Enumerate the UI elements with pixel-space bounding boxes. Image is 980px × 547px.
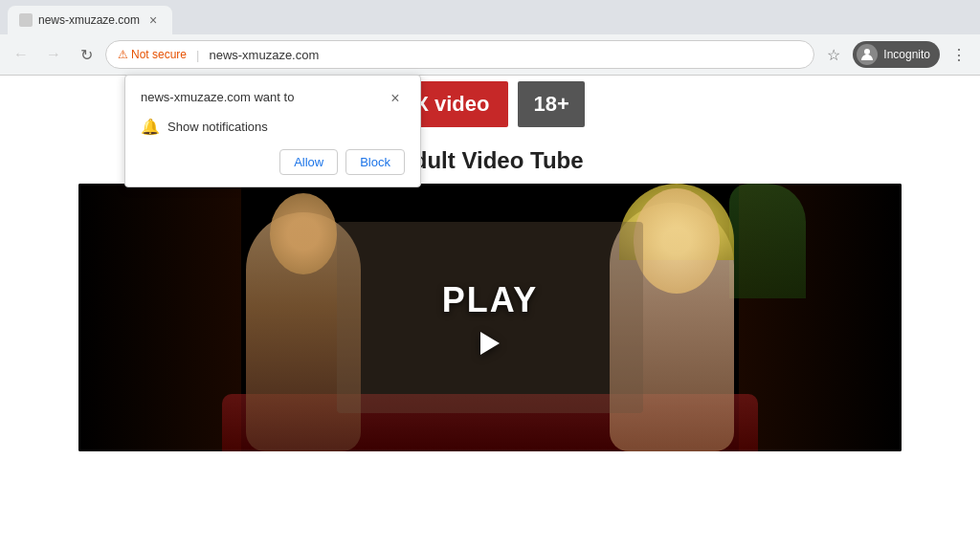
bookmark-button[interactable]: ☆: [820, 41, 847, 68]
incognito-label: Incognito: [883, 48, 930, 61]
video-player[interactable]: PLAY: [78, 184, 902, 451]
active-tab[interactable]: news-xmuzaze.com ×: [8, 6, 172, 34]
video-head-right: [634, 188, 720, 294]
address-bar-row: ← → ↻ ⚠ Not secure | news-xmuzaze.com ☆ …: [0, 34, 980, 75]
tab-label: news-xmuzaze.com: [38, 13, 140, 27]
popup-actions: Allow Block: [141, 149, 405, 175]
play-button-area[interactable]: PLAY: [442, 280, 539, 355]
back-button[interactable]: ←: [8, 41, 34, 68]
age-badge: 18+: [518, 81, 584, 127]
popup-close-button[interactable]: ×: [386, 89, 405, 108]
refresh-button[interactable]: ↻: [73, 41, 100, 68]
forward-button[interactable]: →: [40, 41, 67, 68]
video-head-left: [270, 193, 337, 274]
notification-popup: news-xmuzaze.com want to × 🔔 Show notifi…: [124, 75, 421, 187]
notification-item-label: Show notifications: [167, 120, 268, 134]
security-warning-icon: ⚠ Not secure: [118, 48, 187, 61]
svg-point-0: [864, 49, 870, 55]
allow-button[interactable]: Allow: [279, 149, 338, 175]
play-triangle-icon: [480, 332, 500, 355]
browser-chrome: news-xmuzaze.com × ← → ↻ ⚠ Not secure | …: [0, 0, 980, 76]
video-plant: [729, 184, 806, 298]
incognito-avatar: [857, 44, 878, 65]
video-left-darkness: [78, 184, 241, 451]
menu-icon: ⋮: [951, 46, 967, 64]
bell-icon: 🔔: [141, 118, 160, 136]
security-label: Not secure: [131, 48, 187, 61]
tab-close-button[interactable]: ×: [145, 12, 161, 28]
tab-favicon: [19, 13, 33, 27]
popup-title: news-xmuzaze.com want to: [141, 89, 294, 106]
popup-header: news-xmuzaze.com want to ×: [141, 89, 405, 108]
play-label: PLAY: [442, 280, 539, 320]
incognito-badge[interactable]: Incognito: [853, 41, 940, 68]
menu-button[interactable]: ⋮: [946, 41, 972, 68]
popup-notification-row: 🔔 Show notifications: [141, 118, 405, 136]
star-icon: ☆: [827, 46, 840, 64]
tab-bar: news-xmuzaze.com ×: [0, 0, 980, 34]
play-overlay[interactable]: PLAY: [337, 222, 643, 413]
block-button[interactable]: Block: [345, 149, 405, 175]
address-bar[interactable]: ⚠ Not secure | news-xmuzaze.com: [105, 40, 814, 69]
url-display: news-xmuzaze.com: [209, 48, 319, 62]
